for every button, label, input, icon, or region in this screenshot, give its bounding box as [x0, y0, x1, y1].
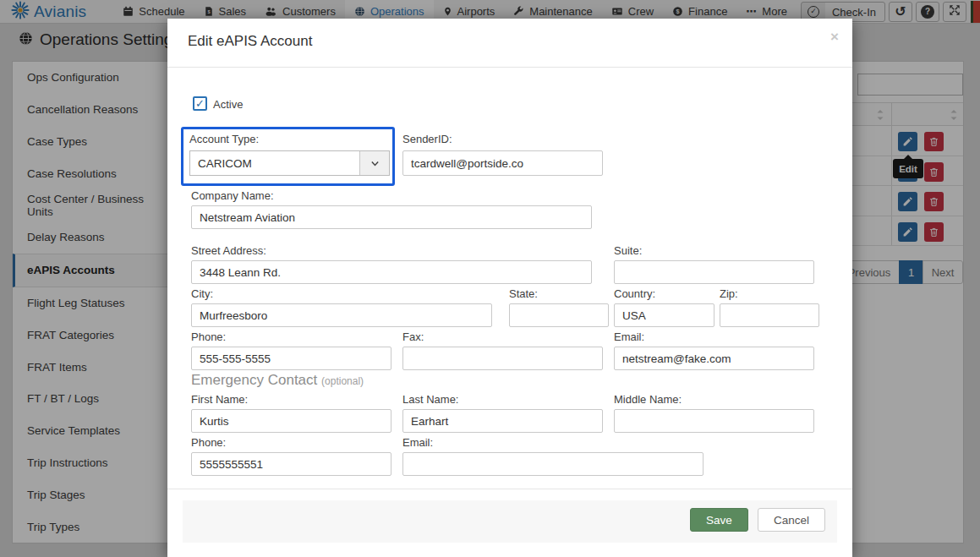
emergency-email-label: Email: — [402, 436, 433, 449]
state-input[interactable] — [509, 303, 609, 327]
modal-header: Edit eAPIS Account × — [167, 19, 852, 68]
sender-id-label: SenderID: — [402, 133, 452, 145]
account-type-label: Account Type: — [189, 133, 259, 145]
zip-input[interactable] — [720, 303, 819, 327]
country-label: Country: — [614, 287, 655, 300]
close-icon[interactable]: × — [830, 29, 839, 46]
phone-label: Phone: — [191, 330, 226, 343]
last-name-label: Last Name: — [402, 393, 458, 406]
country-input[interactable] — [614, 303, 714, 327]
optional-hint: (optional) — [321, 375, 364, 387]
email-label: Email: — [614, 330, 644, 343]
city-label: City: — [191, 287, 213, 300]
city-input[interactable] — [191, 303, 492, 327]
first-name-label: First Name: — [191, 393, 248, 406]
company-name-input[interactable] — [191, 205, 592, 229]
phone-input[interactable] — [191, 347, 391, 370]
active-checkbox[interactable]: ✓ — [193, 96, 207, 111]
street-address-label: Street Address: — [191, 244, 266, 257]
suite-label: Suite: — [614, 244, 642, 257]
emergency-phone-label: Phone: — [191, 436, 226, 449]
zip-label: Zip: — [720, 287, 738, 300]
emergency-email-input[interactable] — [402, 452, 704, 476]
active-checkbox-label: Active — [213, 98, 243, 111]
emergency-contact-heading: Emergency Contact (optional) — [191, 372, 364, 389]
middle-name-label: Middle Name: — [614, 393, 682, 406]
save-button[interactable]: Save — [690, 508, 748, 532]
state-label: State: — [509, 287, 538, 300]
middle-name-input[interactable] — [614, 409, 814, 433]
chevron-down-icon — [359, 151, 389, 175]
fax-label: Fax: — [402, 330, 424, 343]
edit-eapis-account-modal: Edit eAPIS Account × ✓ Active Account Ty… — [167, 19, 852, 557]
sender-id-input[interactable] — [402, 150, 603, 176]
company-name-label: Company Name: — [191, 189, 274, 202]
app-screen: Avianis Schedule $ Sales Customers — [0, 0, 980, 557]
last-name-input[interactable] — [402, 409, 603, 433]
modal-title: Edit eAPIS Account — [188, 33, 312, 50]
cancel-button[interactable]: Cancel — [758, 508, 825, 532]
account-type-value: CARICOM — [190, 157, 359, 170]
fax-input[interactable] — [402, 347, 603, 370]
suite-input[interactable] — [614, 260, 814, 284]
account-type-select[interactable]: CARICOM — [189, 150, 390, 176]
footer-divider — [167, 489, 852, 489]
emergency-phone-input[interactable] — [191, 452, 391, 476]
first-name-input[interactable] — [191, 409, 391, 433]
street-address-input[interactable] — [191, 260, 592, 284]
email-input[interactable] — [614, 347, 814, 370]
modal-footer: Save Cancel — [183, 500, 837, 543]
